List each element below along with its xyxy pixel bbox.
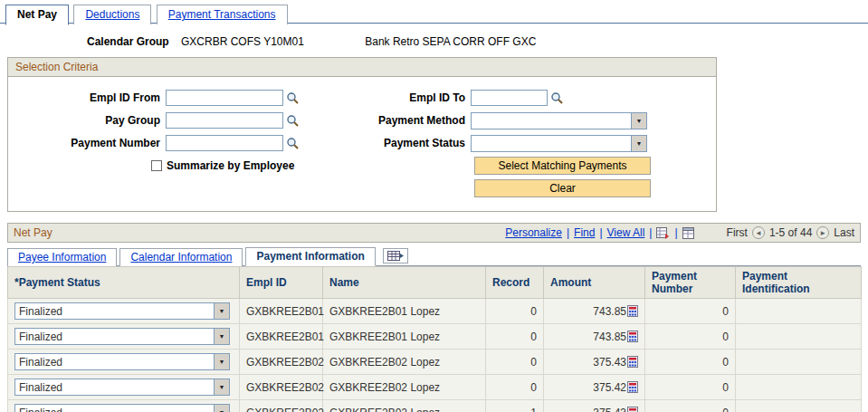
chevron-down-icon: ▼ [214,354,229,369]
select-matching-payments-button[interactable]: Select Matching Payments [474,157,651,175]
row-payment-status-select[interactable]: Finalized ▼ [14,353,230,370]
payment-identification-cell [736,375,862,400]
find-link[interactable]: Find [574,226,595,239]
summarize-checkbox[interactable] [151,160,162,171]
pay-group-input[interactable] [166,112,283,129]
row-payment-status-select[interactable]: Finalized ▼ [14,302,230,320]
calculator-icon[interactable] [626,356,638,368]
tab-payment-transactions-label: Payment Transactions [168,8,276,21]
name-cell: GXBKREE2B02 Lopez [323,350,486,375]
row-payment-status-value: Finalized [15,331,214,343]
record-cell: 1 [486,400,544,412]
empl-id-from-lookup-icon[interactable] [286,91,299,104]
payment-number-input[interactable] [166,135,283,151]
grid-rows: Finalized ▼ GXBKREE2B01 GXBKREE2B01 Lope… [8,299,862,412]
pay-group-lookup-icon[interactable] [286,114,299,127]
col-payment-status: *Payment Status [8,267,240,299]
tab-payee-information-label: Payee Information [18,251,106,263]
table-row: Finalized ▼ GXBKREE2B02 GXBKREE2B02 Lope… [8,350,862,375]
empl-id-to-lookup-icon[interactable] [550,91,563,104]
col-payment-identification: Payment Identification [736,267,862,299]
name-cell: GXBKREE2B02 Lopez [323,375,486,400]
table-row: Finalized ▼ GXBKREE2B01 GXBKREE2B01 Lope… [8,324,862,350]
name-cell: GXBKREE2B01 Lopez [323,299,486,324]
download-grid-icon[interactable] [656,227,670,239]
payment-number-lookup-icon[interactable] [286,137,299,149]
empl-id-to-input[interactable] [471,90,548,106]
calendar-group-value: GXCRBR COFS Y10M01 [181,35,304,48]
tab-calendar-information[interactable]: Calendar Information [119,248,243,266]
payment-number-cell: 0 [645,324,736,350]
bank-retro-value: Bank Retro SEPA CORR OFF GXC [365,35,536,48]
clear-button[interactable]: Clear [474,179,651,197]
table-row: Finalized ▼ GXBKREE2B02 GXBKREE2B02 Lope… [8,400,862,412]
amount-value: 375.43 [593,407,626,412]
row-payment-status-select[interactable]: Finalized ▼ [14,378,230,396]
calculator-icon[interactable] [626,407,638,412]
calculator-icon[interactable] [626,305,638,317]
tab-payee-information[interactable]: Payee Information [7,248,117,266]
grid-header-bar: Net Pay Personalize | Find | View All | … [7,223,861,243]
grid-tab-bar: Payee Information Calendar Information P… [7,243,861,266]
chevron-down-icon: ▼ [214,379,229,395]
amount-cell: 743.85 [544,324,645,350]
calculator-icon[interactable] [626,331,638,342]
tab-payment-information[interactable]: Payment Information [245,247,375,266]
row-payment-status-select[interactable]: Finalized ▼ [14,404,230,412]
chevron-down-icon: ▼ [214,303,229,319]
row-payment-status-value: Finalized [15,305,214,318]
amount-cell: 375.43 [544,400,645,412]
view-all-link[interactable]: View All [607,226,645,239]
record-cell: 0 [486,350,544,375]
payment-identification-cell [736,350,862,375]
tab-payment-information-label: Payment Information [256,250,364,263]
tab-deductions-label: Deductions [85,8,139,21]
separator: | [567,226,569,239]
chevron-down-icon: ▼ [214,329,229,344]
payment-status-cell: Finalized ▼ [8,350,240,375]
calendar-group-line: Calendar Group GXCRBR COFS Y10M01 Bank R… [87,35,868,48]
empl-id-cell: GXBKREE2B01 [240,299,323,324]
chevron-down-icon: ▼ [631,113,646,129]
tab-net-pay-label: Net Pay [17,8,57,21]
selection-criteria-box: Selection Criteria Empl ID From Empl ID … [7,57,717,212]
record-cell: 0 [486,324,544,350]
empl-id-cell: GXBKREE2B01 [240,324,323,350]
grid-title: Net Pay [14,226,52,239]
tab-calendar-information-label: Calendar Information [130,251,232,263]
page-tab-bar: Net Pay Deductions Payment Transactions [0,0,868,24]
payment-number-label: Payment Number [14,137,166,149]
tab-deductions[interactable]: Deductions [73,5,151,24]
payment-number-cell: 0 [645,375,736,400]
col-empl-id: Empl ID [240,267,323,299]
show-all-columns-icon[interactable] [383,248,408,263]
name-cell: GXBKREE2B01 Lopez [323,324,486,350]
next-page-icon[interactable]: ► [816,226,829,239]
zoom-grid-icon[interactable] [682,227,694,239]
empl-id-cell: GXBKREE2B02 [240,350,323,375]
payment-status-select[interactable]: ▼ [471,135,647,152]
empl-id-cell: GXBKREE2B02 [240,375,323,400]
first-link[interactable]: First [727,226,748,239]
payment-identification-cell [736,299,862,324]
payment-number-cell: 0 [645,299,736,324]
payment-status-cell: Finalized ▼ [8,324,240,350]
col-payment-number: Payment Number [645,267,736,299]
amount-value: 375.43 [593,356,626,369]
payment-method-select[interactable]: ▼ [471,112,647,129]
table-row: Finalized ▼ GXBKREE2B01 GXBKREE2B01 Lope… [8,299,862,324]
personalize-link[interactable]: Personalize [505,226,562,239]
col-amount: Amount [544,267,645,299]
tab-net-pay[interactable]: Net Pay [5,5,69,25]
prev-page-icon[interactable]: ◄ [752,226,765,239]
tab-payment-transactions[interactable]: Payment Transactions [157,5,288,24]
table-header-row: *Payment Status Empl ID Name Record Amou… [8,267,862,299]
table-row: Finalized ▼ GXBKREE2B02 GXBKREE2B02 Lope… [8,375,862,400]
payment-status-cell: Finalized ▼ [8,299,240,324]
empl-id-from-input[interactable] [166,90,283,106]
name-cell: GXBKREE2B02 Lopez [323,400,486,412]
calculator-icon[interactable] [626,381,638,393]
row-payment-status-select[interactable]: Finalized ▼ [14,328,230,345]
payment-number-cell: 0 [645,400,736,412]
last-link[interactable]: Last [834,226,854,239]
